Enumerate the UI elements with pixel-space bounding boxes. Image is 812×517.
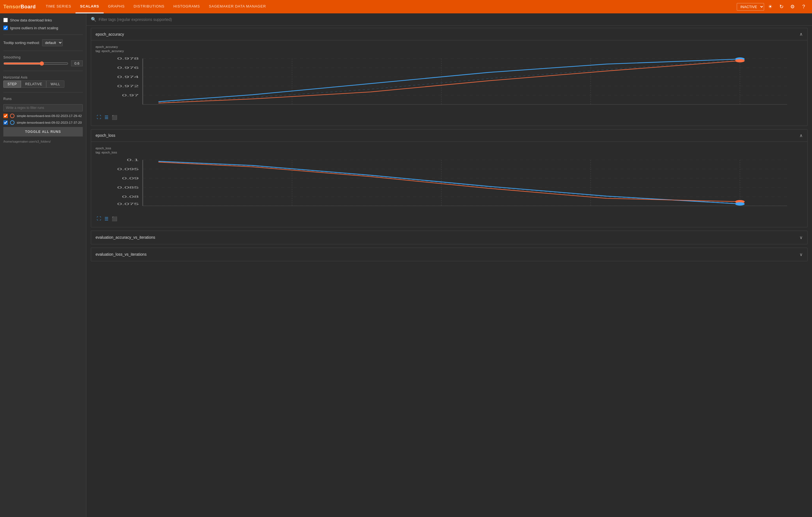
- nav-sagemaker[interactable]: SAGEMAKER DATA MANAGER: [204, 0, 270, 13]
- status-dropdown[interactable]: INACTIVE: [737, 3, 764, 10]
- nav-time-series[interactable]: TIME SERIES: [41, 0, 76, 13]
- epoch-accuracy-body: epoch_accuracy tag: epoch_accuracy: [91, 40, 807, 126]
- runs-label: Runs: [3, 97, 83, 101]
- chart-sections: epoch_accuracy ∧ epoch_accuracy tag: epo…: [86, 26, 812, 517]
- ignore-outliers-label: Ignore outliers in chart scaling: [10, 26, 58, 30]
- epoch-accuracy-svg: 0.978 0.976 0.974 0.972 0.97: [95, 56, 803, 112]
- svg-text:0.978: 0.978: [117, 57, 139, 60]
- expand-loss-button[interactable]: ⛶: [95, 215, 102, 222]
- svg-text:0.97: 0.97: [122, 94, 139, 97]
- nav-distributions[interactable]: DISTRIBUTIONS: [129, 0, 169, 13]
- sidebar: Show data download links Ignore outliers…: [0, 13, 86, 517]
- divider-1: [3, 34, 83, 35]
- svg-point-18: [735, 59, 745, 62]
- smoothing-label: Smoothing: [3, 55, 83, 59]
- logo-board: Board: [21, 4, 36, 9]
- axis-label: Horizontal Axis: [3, 75, 83, 80]
- divider-3: [3, 71, 83, 71]
- runs-filter-input[interactable]: [3, 104, 83, 112]
- epoch-accuracy-chart: 0.978 0.976 0.974 0.972 0.97: [95, 56, 803, 112]
- data-accuracy-button[interactable]: ☰: [104, 114, 110, 121]
- svg-text:0.075: 0.075: [117, 202, 139, 206]
- svg-text:0.08: 0.08: [122, 195, 139, 198]
- smoothing-value-input[interactable]: 0.6: [71, 60, 83, 66]
- epoch-loss-chart: 0.1 0.095 0.09 0.085 0.08 0.075: [95, 157, 803, 213]
- run-1-checkbox[interactable]: [3, 114, 8, 118]
- epoch-accuracy-chevron: ∧: [800, 31, 803, 37]
- svg-text:0.09: 0.09: [122, 177, 139, 180]
- run-1-color-indicator: [10, 114, 14, 118]
- help-button[interactable]: ?: [799, 2, 809, 12]
- axis-relative-button[interactable]: RELATIVE: [21, 81, 46, 88]
- axis-buttons: STEP RELATIVE WALL: [3, 81, 83, 88]
- axis-step-button[interactable]: STEP: [3, 81, 21, 88]
- data-loss-button[interactable]: ☰: [104, 215, 110, 222]
- epoch-loss-title: epoch_loss: [95, 133, 115, 138]
- svg-text:0.095: 0.095: [117, 168, 139, 171]
- nav-graphs[interactable]: GRAPHS: [104, 0, 129, 13]
- filter-bar: 🔍: [86, 13, 812, 26]
- run-1-label: simple-tensorboard-test-09-02-2023-17-29…: [17, 114, 82, 118]
- nav-histograms[interactable]: HISTOGRAMS: [169, 0, 204, 13]
- epoch-loss-header[interactable]: epoch_loss ∧: [91, 129, 807, 142]
- nav-right-controls: INACTIVE ☀ ↻ ⚙ ?: [737, 2, 809, 12]
- svg-text:0.976: 0.976: [117, 66, 139, 69]
- tooltip-row: Tooltip sorting method: default: [3, 39, 83, 46]
- nav-scalars[interactable]: SCALARS: [76, 0, 104, 13]
- run-2-color-indicator: [10, 120, 14, 125]
- eval-loss-panel: evaluation_loss_vs_iterations ∨: [91, 248, 808, 261]
- settings-button[interactable]: ⚙: [787, 2, 798, 12]
- axis-wall-button[interactable]: WALL: [46, 81, 64, 88]
- epoch-loss-meta: epoch_loss tag: epoch_loss: [95, 146, 803, 155]
- content-area: 🔍 epoch_accuracy ∧ epoch_accuracy tag: e…: [86, 13, 812, 517]
- epoch-loss-chevron: ∧: [800, 133, 803, 138]
- download-accuracy-button[interactable]: ⬛: [111, 114, 118, 121]
- run-2-label: simple-tensorboard-test-09-02-2023-17-37…: [17, 121, 82, 125]
- logo-tensor: Tensor: [3, 4, 21, 9]
- run-item-1[interactable]: simple-tensorboard-test-09-02-2023-17-29…: [3, 114, 83, 118]
- eval-accuracy-chevron: ∨: [800, 235, 803, 240]
- svg-text:0.972: 0.972: [117, 84, 139, 88]
- refresh-button[interactable]: ↻: [776, 2, 786, 12]
- filter-input[interactable]: [99, 17, 808, 22]
- eval-accuracy-title: evaluation_accuracy_vs_iterations: [95, 235, 155, 240]
- eval-loss-header[interactable]: evaluation_loss_vs_iterations ∨: [91, 248, 807, 261]
- eval-loss-title: evaluation_loss_vs_iterations: [95, 252, 147, 256]
- epoch-accuracy-meta: epoch_accuracy tag: epoch_accuracy: [95, 45, 803, 54]
- app-logo: TensorBoard: [3, 4, 36, 10]
- svg-point-38: [735, 202, 745, 206]
- ignore-outliers-checkbox-row[interactable]: Ignore outliers in chart scaling: [3, 26, 83, 30]
- top-navigation: TensorBoard TIME SERIES SCALARS GRAPHS D…: [0, 0, 812, 13]
- epoch-accuracy-panel: epoch_accuracy ∧ epoch_accuracy tag: epo…: [91, 28, 808, 126]
- svg-text:0.974: 0.974: [117, 75, 139, 79]
- svg-text:0.1: 0.1: [127, 158, 139, 161]
- svg-text:0.085: 0.085: [117, 186, 139, 189]
- epoch-loss-svg: 0.1 0.095 0.09 0.085 0.08 0.075: [95, 157, 803, 213]
- runs-section: Runs simple-tensorboard-test-09-02-2023-…: [3, 97, 83, 136]
- path-label: /home/sagemaker-user/s3_folders/: [3, 140, 83, 143]
- smoothing-slider[interactable]: [3, 61, 68, 66]
- epoch-loss-body: epoch_loss tag: epoch_loss: [91, 142, 807, 227]
- show-download-label: Show data download links: [10, 18, 52, 22]
- toggle-all-runs-button[interactable]: TOGGLE ALL RUNS: [3, 127, 83, 136]
- expand-accuracy-button[interactable]: ⛶: [95, 114, 102, 121]
- epoch-accuracy-actions: ⛶ ☰ ⬛: [95, 114, 803, 121]
- tooltip-label: Tooltip sorting method:: [3, 41, 40, 45]
- ignore-outliers-checkbox[interactable]: [3, 26, 8, 30]
- show-download-checkbox[interactable]: [3, 18, 8, 22]
- eval-accuracy-panel: evaluation_accuracy_vs_iterations ∨: [91, 231, 808, 244]
- eval-accuracy-header[interactable]: evaluation_accuracy_vs_iterations ∨: [91, 231, 807, 244]
- epoch-accuracy-header[interactable]: epoch_accuracy ∧: [91, 28, 807, 40]
- run-2-checkbox[interactable]: [3, 120, 8, 125]
- download-loss-button[interactable]: ⬛: [111, 215, 118, 222]
- smoothing-section: Smoothing 0.6: [3, 55, 83, 66]
- main-layout: Show data download links Ignore outliers…: [0, 13, 812, 517]
- run-item-2[interactable]: simple-tensorboard-test-09-02-2023-17-37…: [3, 120, 83, 125]
- divider-2: [3, 51, 83, 51]
- show-download-checkbox-row[interactable]: Show data download links: [3, 18, 83, 22]
- tooltip-select[interactable]: default: [42, 39, 63, 46]
- smoothing-row: 0.6: [3, 60, 83, 66]
- axis-section: Horizontal Axis STEP RELATIVE WALL: [3, 75, 83, 88]
- nav-links: TIME SERIES SCALARS GRAPHS DISTRIBUTIONS…: [41, 0, 737, 13]
- theme-toggle-button[interactable]: ☀: [765, 2, 775, 12]
